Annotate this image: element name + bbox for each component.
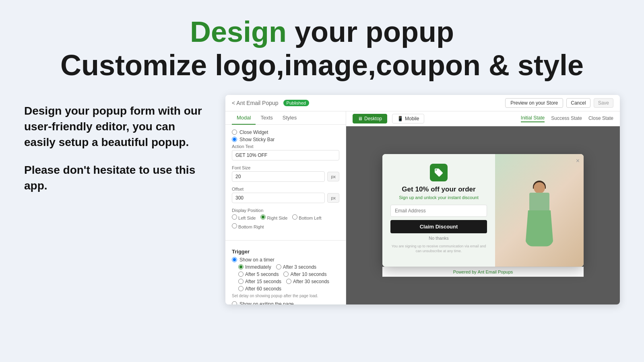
header-line1-rest: your popup — [287, 16, 454, 48]
exit-row: Show on exiting the page — [232, 301, 339, 304]
figure-dress — [525, 210, 553, 247]
popup-subheading: Sign up and unlock your instant discount — [399, 195, 479, 200]
preview-toolbar: 🖥 Desktop 📱 Mobile Initial State Success… — [346, 111, 620, 126]
mobile-icon: 📱 — [397, 116, 403, 121]
close-widget-row: Close Widget — [232, 130, 339, 135]
font-size-unit: px — [327, 172, 339, 181]
popup-modal: × Get 10% off your order Sign — [382, 154, 584, 277]
header: Design your popup Customize logo,image,c… — [0, 0, 644, 95]
tag-icon — [434, 168, 444, 177]
timer-hint: Set delay on showing popup after the pag… — [232, 293, 339, 299]
offset-input-group: px — [232, 193, 339, 203]
back-link[interactable]: < Ant Email Popup — [232, 100, 279, 106]
offset-row: Offset px — [232, 187, 339, 203]
popup-legal: You are signing up to receive communicat… — [390, 244, 487, 254]
tab-texts[interactable]: Texts — [256, 111, 277, 125]
save-button[interactable]: Save — [594, 98, 613, 108]
editor-content: Modal Texts Styles Close Widget Show Sti… — [225, 111, 620, 304]
popup-heading: Get 10% off your order — [402, 185, 475, 193]
preview-button[interactable]: Preview on your Store — [505, 98, 563, 108]
header-line1-green: Design — [190, 16, 287, 48]
left-para1: Design your popup form with our user-fri… — [24, 103, 209, 150]
cancel-button[interactable]: Cancel — [566, 98, 590, 108]
state-close[interactable]: Close State — [588, 115, 613, 122]
timer-radio[interactable] — [232, 257, 237, 262]
display-position-row: Display Position Left Side Right Side Bo… — [232, 208, 339, 230]
fashion-figure — [519, 178, 559, 267]
popup-footer: Powered by Ant Email Popups — [382, 267, 584, 277]
state-tabs: Initial State Success State Close State — [521, 115, 613, 122]
timer-15s[interactable]: After 15 seconds — [238, 279, 281, 284]
header-line1: Design your popup — [0, 16, 644, 48]
state-initial[interactable]: Initial State — [521, 115, 545, 122]
state-success[interactable]: Success State — [551, 115, 582, 122]
timer-30s[interactable]: After 30 seconds — [286, 279, 329, 284]
close-widget-label: Close Widget — [239, 130, 268, 135]
desktop-button[interactable]: 🖥 Desktop — [353, 114, 387, 123]
timer-3s[interactable]: After 3 seconds — [276, 264, 316, 270]
popup-right-image — [495, 154, 584, 267]
left-para2: Please don't hesitate to use this app. — [24, 162, 209, 193]
tab-modal[interactable]: Modal — [232, 111, 256, 125]
mobile-label: Mobile — [405, 116, 419, 121]
timer-10s[interactable]: After 10 seconds — [283, 272, 326, 277]
font-size-input-group: px — [232, 171, 339, 182]
desktop-label: Desktop — [364, 116, 382, 121]
body-layout: Design your popup form with our user-fri… — [0, 95, 644, 304]
settings-form: Close Widget Show Sticky Bar Action Text… — [225, 125, 346, 240]
position-bottom-left[interactable]: Bottom Left — [292, 214, 321, 220]
header-line2: Customize logo,image,coupon & style — [0, 48, 644, 82]
popup-close-button[interactable]: × — [576, 157, 580, 165]
font-size-label: Font Size — [232, 165, 339, 170]
timer-60s[interactable]: After 60 seconds — [238, 286, 281, 292]
published-badge: Published — [283, 100, 309, 106]
popup-modal-inner: × Get 10% off your order Sign — [382, 154, 584, 267]
action-text-input[interactable] — [232, 150, 339, 160]
offset-label: Offset — [232, 187, 339, 191]
left-text: Design your popup form with our user-fri… — [24, 95, 209, 194]
font-size-input[interactable] — [232, 171, 325, 182]
display-position-label: Display Position — [232, 208, 339, 213]
action-text-label: Action Text — [232, 144, 339, 149]
popup-no-thanks[interactable]: No thanks — [429, 236, 449, 241]
tab-styles[interactable]: Styles — [278, 111, 301, 125]
position-radio-group: Left Side Right Side Bottom Left Bottom … — [232, 214, 339, 230]
popup-email-input[interactable] — [390, 205, 487, 217]
fashion-image — [495, 154, 584, 267]
figure-head — [534, 182, 545, 193]
powered-by-link[interactable]: Ant Email Popups — [478, 269, 513, 274]
popup-left: Get 10% off your order Sign up and unloc… — [382, 154, 495, 267]
exit-label: Show on exiting the page — [239, 301, 294, 304]
timer-row: Show on a timer — [232, 257, 339, 263]
topbar-actions: Preview on your Store Cancel Save — [505, 98, 613, 108]
trigger-title: Trigger — [232, 249, 339, 255]
timer-options-group: Immediately After 3 seconds After 5 seco… — [238, 264, 339, 292]
offset-unit: px — [327, 193, 339, 203]
preview-panel: 🖥 Desktop 📱 Mobile Initial State Success… — [346, 111, 620, 304]
position-bottom-right[interactable]: Bottom Right — [232, 223, 264, 229]
position-right[interactable]: Right Side — [260, 214, 287, 220]
settings-tabs: Modal Texts Styles — [225, 111, 346, 125]
exit-radio[interactable] — [232, 301, 237, 304]
desktop-icon: 🖥 — [358, 116, 363, 121]
timer-5s[interactable]: After 5 seconds — [238, 272, 279, 277]
sticky-bar-row: Show Sticky Bar — [232, 137, 339, 142]
trigger-section: Trigger Show on a timer Immediately Afte… — [225, 240, 346, 304]
action-text-row: Action Text — [232, 144, 339, 160]
timer-immediately[interactable]: Immediately — [238, 264, 271, 270]
close-widget-radio[interactable] — [232, 130, 237, 135]
offset-input[interactable] — [232, 193, 325, 203]
powered-by-label: Powered by — [453, 269, 477, 274]
editor-panel: < Ant Email Popup Published Preview on y… — [225, 95, 620, 304]
preview-area: × Get 10% off your order Sign — [346, 126, 620, 304]
mobile-button[interactable]: 📱 Mobile — [392, 114, 424, 123]
settings-panel: Modal Texts Styles Close Widget Show Sti… — [225, 111, 346, 304]
timer-label: Show on a timer — [239, 257, 275, 263]
popup-icon-box — [430, 164, 448, 181]
editor-topbar: < Ant Email Popup Published Preview on y… — [225, 95, 620, 111]
position-left[interactable]: Left Side — [232, 214, 256, 220]
sticky-bar-label: Show Sticky Bar — [239, 137, 275, 142]
sticky-bar-radio[interactable] — [232, 137, 237, 142]
font-size-row: Font Size px — [232, 165, 339, 182]
popup-claim-button[interactable]: Claim Discount — [390, 220, 487, 233]
